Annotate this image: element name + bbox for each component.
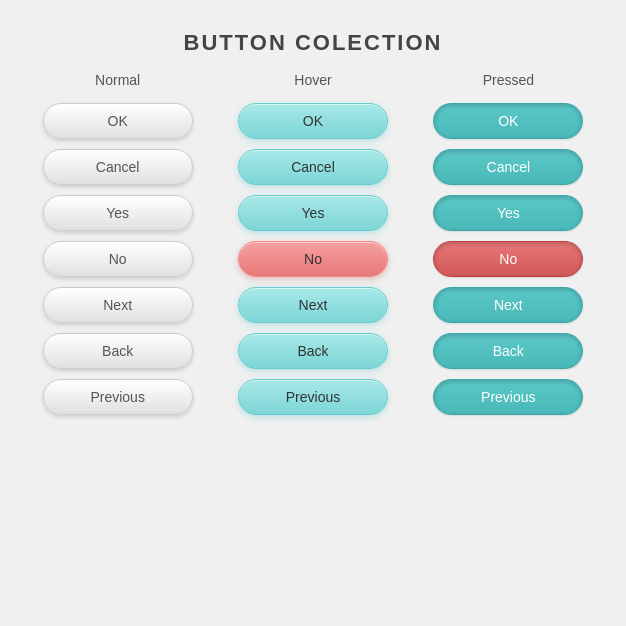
- button-yes-hover[interactable]: Yes: [238, 195, 388, 231]
- cell-next-normal: Next: [20, 282, 215, 328]
- cell-cancel-normal: Cancel: [20, 144, 215, 190]
- cell-no-pressed: No: [411, 236, 606, 282]
- cell-yes-hover: Yes: [215, 190, 410, 236]
- button-previous-normal[interactable]: Previous: [43, 379, 193, 415]
- button-previous-pressed[interactable]: Previous: [433, 379, 583, 415]
- button-cancel-hover[interactable]: Cancel: [238, 149, 388, 185]
- cell-back-hover: Back: [215, 328, 410, 374]
- cell-ok-hover: OK: [215, 98, 410, 144]
- button-cancel-normal[interactable]: Cancel: [43, 149, 193, 185]
- cell-back-normal: Back: [20, 328, 215, 374]
- cell-cancel-pressed: Cancel: [411, 144, 606, 190]
- button-no-pressed[interactable]: No: [433, 241, 583, 277]
- cell-previous-normal: Previous: [20, 374, 215, 420]
- cell-previous-pressed: Previous: [411, 374, 606, 420]
- button-yes-pressed[interactable]: Yes: [433, 195, 583, 231]
- button-next-hover[interactable]: Next: [238, 287, 388, 323]
- cell-ok-normal: OK: [20, 98, 215, 144]
- button-cancel-pressed[interactable]: Cancel: [433, 149, 583, 185]
- button-yes-normal[interactable]: Yes: [43, 195, 193, 231]
- header-pressed: Pressed: [411, 72, 606, 98]
- button-back-normal[interactable]: Back: [43, 333, 193, 369]
- button-ok-pressed[interactable]: OK: [433, 103, 583, 139]
- cell-no-hover: No: [215, 236, 410, 282]
- header-normal: Normal: [20, 72, 215, 98]
- cell-cancel-hover: Cancel: [215, 144, 410, 190]
- cell-next-pressed: Next: [411, 282, 606, 328]
- button-ok-normal[interactable]: OK: [43, 103, 193, 139]
- cell-yes-normal: Yes: [20, 190, 215, 236]
- button-ok-hover[interactable]: OK: [238, 103, 388, 139]
- cell-previous-hover: Previous: [215, 374, 410, 420]
- cell-ok-pressed: OK: [411, 98, 606, 144]
- header-hover: Hover: [215, 72, 410, 98]
- page-title: BUTTON COLECTION: [184, 30, 443, 56]
- button-back-hover[interactable]: Back: [238, 333, 388, 369]
- button-back-pressed[interactable]: Back: [433, 333, 583, 369]
- button-grid: Normal Hover Pressed OK OK OK Cancel Can…: [20, 72, 606, 420]
- cell-next-hover: Next: [215, 282, 410, 328]
- button-next-pressed[interactable]: Next: [433, 287, 583, 323]
- button-no-hover[interactable]: No: [238, 241, 388, 277]
- cell-back-pressed: Back: [411, 328, 606, 374]
- cell-yes-pressed: Yes: [411, 190, 606, 236]
- button-no-normal[interactable]: No: [43, 241, 193, 277]
- button-previous-hover[interactable]: Previous: [238, 379, 388, 415]
- button-next-normal[interactable]: Next: [43, 287, 193, 323]
- cell-no-normal: No: [20, 236, 215, 282]
